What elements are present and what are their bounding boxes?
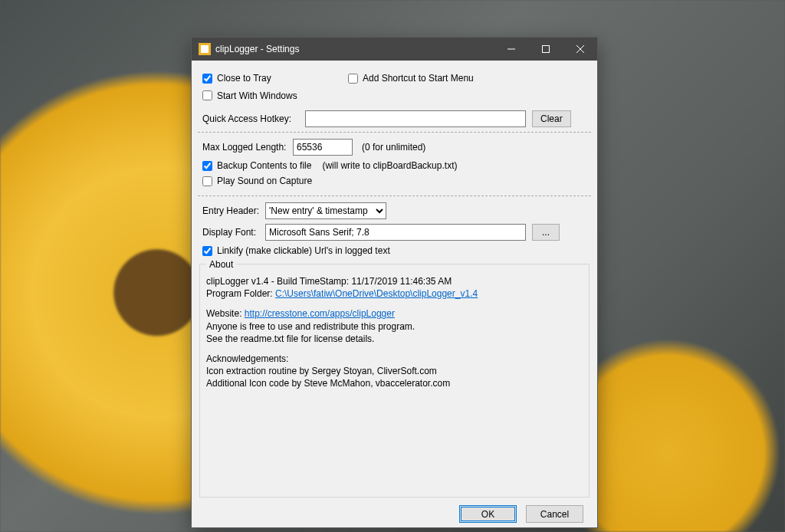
- maxlen-hint: (0 for unlimited): [362, 142, 425, 153]
- backup-checkbox[interactable]: Backup Contents to file: [202, 160, 311, 171]
- titlebar[interactable]: clipLogger - Settings: [192, 38, 597, 61]
- linkify-input[interactable]: [202, 246, 212, 256]
- about-ack-title: Acknowledgements:: [206, 353, 583, 365]
- minimize-button[interactable]: [494, 38, 528, 61]
- client-area: Close to Tray Add Shortcut to Start Menu…: [192, 61, 597, 527]
- about-folder-link[interactable]: C:\Users\fatiw\OneDrive\Desktop\clipLogg…: [275, 288, 478, 299]
- cancel-button[interactable]: Cancel: [526, 505, 583, 523]
- about-groupbox: About clipLogger v1.4 - Build TimeStamp:…: [199, 264, 590, 498]
- backup-hint: (will write to clipBoardBackup.txt): [322, 160, 457, 171]
- settings-window: clipLogger - Settings Close to Tray: [191, 37, 598, 528]
- clear-hotkey-button[interactable]: Clear: [532, 110, 571, 127]
- hotkey-label: Quick Access Hotkey:: [202, 113, 305, 124]
- about-ack2: Additional Icon code by Steve McMahon, v…: [206, 377, 583, 389]
- start-with-windows-input[interactable]: [202, 90, 212, 100]
- about-website-link[interactable]: http://cresstone.com/apps/clipLogger: [245, 308, 395, 319]
- about-ack1: Icon extraction routine by Sergey Stoyan…: [206, 365, 583, 377]
- separator: [198, 195, 591, 196]
- about-website-label: Website:: [206, 308, 245, 319]
- add-shortcut-checkbox[interactable]: Add Shortcut to Start Menu: [348, 73, 474, 84]
- linkify-label: Linkify (make clickable) Url's in logged…: [217, 245, 390, 256]
- entryheader-label: Entry Header:: [202, 205, 265, 216]
- close-to-tray-label: Close to Tray: [217, 73, 271, 84]
- ok-button[interactable]: OK: [459, 505, 517, 523]
- start-with-windows-label: Start With Windows: [217, 90, 297, 101]
- separator: [198, 132, 591, 133]
- font-input[interactable]: [265, 224, 526, 241]
- maximize-button[interactable]: [528, 38, 563, 61]
- close-to-tray-input[interactable]: [202, 74, 212, 84]
- backup-label: Backup Contents to file: [217, 160, 311, 171]
- app-icon: [199, 43, 211, 55]
- svg-rect-0: [542, 46, 549, 53]
- linkify-checkbox[interactable]: Linkify (make clickable) Url's in logged…: [202, 245, 390, 256]
- playsound-checkbox[interactable]: Play Sound on Capture: [202, 176, 312, 186]
- add-shortcut-input[interactable]: [348, 74, 358, 84]
- backup-input[interactable]: [202, 161, 212, 171]
- add-shortcut-label: Add Shortcut to Start Menu: [363, 73, 474, 84]
- playsound-label: Play Sound on Capture: [217, 176, 312, 186]
- entryheader-select[interactable]: 'New entry' & timestamp: [265, 202, 386, 219]
- font-label: Display Font:: [202, 227, 265, 238]
- about-folder-label: Program Folder:: [206, 288, 275, 299]
- close-to-tray-checkbox[interactable]: Close to Tray: [202, 73, 271, 84]
- font-browse-button[interactable]: ...: [532, 224, 560, 241]
- maxlen-input[interactable]: [293, 139, 353, 156]
- about-readme: See the readme.txt file for license deta…: [206, 333, 583, 345]
- about-caption: About: [206, 258, 236, 271]
- about-version-line: clipLogger v1.4 - Build TimeStamp: 11/17…: [206, 275, 583, 287]
- start-with-windows-checkbox[interactable]: Start With Windows: [202, 90, 297, 101]
- hotkey-input[interactable]: [305, 110, 526, 127]
- maxlen-label: Max Logged Length:: [202, 142, 293, 153]
- about-redistribute: Anyone is free to use and redistribute t…: [206, 320, 583, 333]
- dialog-footer: OK Cancel: [198, 498, 591, 523]
- close-button[interactable]: [563, 38, 597, 61]
- window-title: clipLogger - Settings: [215, 44, 299, 54]
- playsound-input[interactable]: [202, 176, 212, 186]
